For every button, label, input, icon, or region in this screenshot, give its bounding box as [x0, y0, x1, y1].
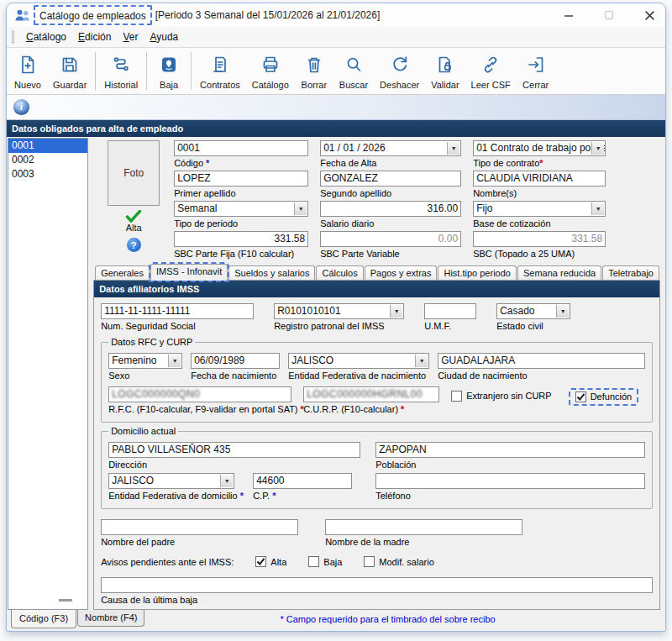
- chevron-down-icon[interactable]: ▼: [591, 202, 604, 215]
- bottom-tab-codigo[interactable]: Código (F3): [11, 610, 76, 628]
- checkbox-checked-icon: [255, 556, 266, 567]
- tipo-periodo-select[interactable]: Semanal▼: [174, 201, 308, 217]
- nuevo-button[interactable]: Nuevo: [8, 50, 47, 92]
- tab-generales[interactable]: Generales: [95, 265, 150, 281]
- causa-field: Causa de la última baja: [101, 577, 653, 605]
- contratos-button[interactable]: Contratos: [194, 50, 246, 92]
- tipo-contrato-select[interactable]: 01 Contrato de trabajo por tie▼: [473, 140, 606, 156]
- sbc-topado-input: 331.58: [473, 231, 606, 247]
- chevron-down-icon[interactable]: ▼: [168, 355, 181, 367]
- chevron-down-icon[interactable]: ▼: [415, 355, 428, 367]
- chevron-down-icon[interactable]: ▼: [447, 142, 459, 155]
- tab-pagos-extras[interactable]: Pagos y extras: [365, 265, 438, 281]
- codigo-input[interactable]: 0001: [174, 140, 308, 156]
- cp-input[interactable]: 44600: [253, 473, 352, 489]
- aviso-alta-checkbox[interactable]: Alta: [255, 556, 286, 567]
- entidad-domicilio-select[interactable]: JALISCO▼: [108, 473, 234, 489]
- sbc-topado-field: 331.58 SBC (Topado a 25 UMA): [473, 231, 606, 259]
- primer-apellido-input[interactable]: LOPEZ: [174, 171, 308, 187]
- menu-edicion[interactable]: Edición: [72, 29, 117, 45]
- defuncion-checkbox[interactable]: Defunción: [575, 391, 633, 402]
- save-icon: [60, 54, 80, 76]
- menu-ayuda[interactable]: Ayuda: [144, 29, 184, 45]
- fecha-alta-select[interactable]: 01 / 01 / 2026▼: [320, 140, 461, 156]
- minimize-button[interactable]: [561, 8, 576, 23]
- base-cotizacion-select[interactable]: Fijo▼: [473, 201, 606, 217]
- chevron-down-icon[interactable]: ▼: [591, 142, 604, 155]
- list-scroll-thumb[interactable]: [59, 599, 72, 602]
- chevron-down-icon[interactable]: ▼: [556, 305, 569, 318]
- primer-apellido-field: LOPEZ Primer apellido: [174, 171, 308, 198]
- aviso-modif-checkbox[interactable]: Modif. salario: [364, 556, 433, 567]
- cerrar-button[interactable]: Cerrar: [517, 50, 555, 92]
- causa-input[interactable]: [101, 577, 653, 593]
- buscar-button[interactable]: Buscar: [333, 50, 374, 92]
- curp-input[interactable]: LOGC000000HGRNL00: [303, 386, 439, 402]
- tab-calculos[interactable]: Cálculos: [316, 265, 363, 281]
- search-icon: [344, 54, 364, 76]
- tab-imss-infonavit[interactable]: IMSS - Infonavit: [150, 264, 228, 281]
- aviso-baja-checkbox[interactable]: Baja: [308, 556, 342, 567]
- checkbox-checked-icon: [575, 391, 586, 402]
- umf-input[interactable]: [424, 303, 476, 319]
- printer-icon: [260, 54, 281, 76]
- direccion-input[interactable]: PABLO VILLASEÑOR 435: [108, 442, 360, 458]
- toolbar-separator: [146, 52, 147, 90]
- historial-button[interactable]: Historial: [98, 50, 144, 92]
- checkbox-unchecked-icon: [364, 556, 375, 567]
- madre-input[interactable]: [325, 519, 522, 535]
- leer-csf-button[interactable]: Leer CSF: [465, 50, 517, 92]
- direccion-field: PABLO VILLASEÑOR 435 Dirección: [108, 442, 360, 470]
- entidad-nacimiento-select[interactable]: JALISCO▼: [288, 353, 429, 369]
- window-subtitle: [Periodo 3 Semanal del 15/01/2026 al 21/…: [155, 9, 553, 21]
- chevron-down-icon[interactable]: ▼: [220, 475, 233, 487]
- guardar-button[interactable]: Guardar: [47, 50, 92, 92]
- poblacion-input[interactable]: ZAPOPAN: [375, 442, 645, 458]
- menu-ver[interactable]: Ver: [117, 29, 144, 45]
- contract-document-icon: [210, 54, 230, 76]
- close-button[interactable]: [642, 8, 657, 23]
- sexo-select[interactable]: Femenino▼: [108, 353, 182, 369]
- catalogo-print-button[interactable]: Catálogo: [246, 50, 295, 92]
- ciudad-nacimiento-input[interactable]: GUADALAJARA: [438, 353, 645, 369]
- borrar-button[interactable]: Borrar: [295, 50, 333, 92]
- chevron-down-icon[interactable]: ▼: [294, 202, 307, 215]
- photo-box[interactable]: Foto: [108, 140, 160, 206]
- segundo-apellido-input[interactable]: GONZALEZ: [320, 171, 461, 187]
- estado-civil-select[interactable]: Casado▼: [496, 303, 570, 319]
- rfc-input[interactable]: LOGC000000QN0: [108, 386, 291, 402]
- nombres-input[interactable]: CLAUDIA VIRIDIANA: [473, 171, 606, 187]
- ciudad-nacimiento-field: GUADALAJARA Ciudad de nacimiento: [438, 353, 645, 381]
- employee-list-item[interactable]: 0001: [8, 139, 87, 153]
- registro-patronal-select[interactable]: R0101010101▼: [274, 303, 404, 319]
- telefono-input[interactable]: [375, 473, 645, 489]
- info-icon[interactable]: i: [13, 99, 29, 115]
- nss-input[interactable]: 1111-11-1111-11111: [101, 303, 254, 319]
- salario-diario-input[interactable]: 316.00: [320, 201, 461, 217]
- bottom-tab-nombre[interactable]: Nombre (F4): [77, 610, 144, 627]
- fecha-nacimiento-input[interactable]: 06/09/1989: [191, 353, 280, 369]
- validar-button[interactable]: Validar: [425, 50, 465, 92]
- green-check-icon: [125, 210, 142, 223]
- sbc-fija-input[interactable]: 331.58: [174, 231, 308, 247]
- baja-button[interactable]: Baja: [150, 50, 188, 92]
- padre-input[interactable]: [101, 519, 298, 535]
- tab-teletrabajo[interactable]: Teletrabajo: [602, 265, 659, 281]
- sbc-variable-field: 0.00 SBC Parte Variable: [320, 231, 461, 259]
- tab-hist-periodo[interactable]: Hist.tipo periodo: [438, 265, 517, 281]
- maximize-button[interactable]: [601, 8, 617, 23]
- menu-catalogo[interactable]: Catálogo: [20, 29, 72, 45]
- tab-strip: Generales IMSS - Infonavit Sueldos y sal…: [93, 263, 660, 281]
- employee-list-item[interactable]: 0003: [8, 167, 87, 181]
- tab-semana-reducida[interactable]: Semana reducida: [517, 265, 601, 281]
- chevron-down-icon[interactable]: ▼: [390, 305, 402, 318]
- extranjero-checkbox[interactable]: Extranjero sin CURP: [451, 391, 551, 402]
- defuncion-annotation: Defunción: [569, 388, 639, 406]
- deshacer-button[interactable]: Deshacer: [374, 50, 425, 92]
- tab-sueldos[interactable]: Sueldos y salarios: [228, 265, 315, 281]
- codigo-field: 0001 Código *: [174, 140, 308, 168]
- help-icon[interactable]: ?: [127, 238, 141, 252]
- salario-diario-field: 316.00 Salario diario: [320, 201, 461, 229]
- telefono-field: Teléfono: [375, 473, 645, 501]
- employee-list-item[interactable]: 0002: [8, 153, 87, 167]
